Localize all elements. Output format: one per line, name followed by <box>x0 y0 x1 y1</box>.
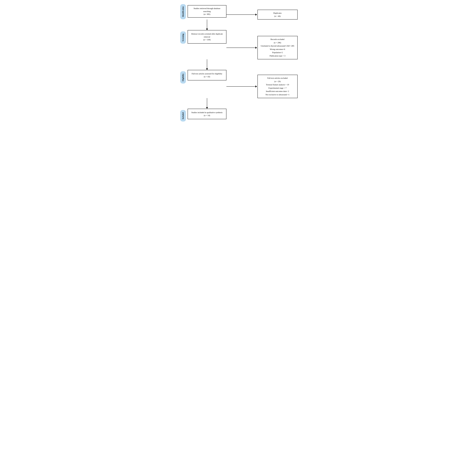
identification-side-detail: (n = 46) <box>260 15 295 18</box>
identification-side-title: Duplicates <box>260 12 295 15</box>
arrow-down-2 <box>179 59 298 70</box>
eligibility-side-box: Full-text articles excluded (n = 29) Tex… <box>258 75 298 98</box>
arrow-down-3 <box>179 98 298 109</box>
identification-box-line2: searching <box>203 10 211 13</box>
screening-side-n: (n = 296) <box>260 41 295 44</box>
v-arrow-3 <box>206 107 208 109</box>
included-row: Included Studies included in qualitative… <box>179 109 298 122</box>
eligibility-box-line3: (n = 43) <box>204 75 210 78</box>
screening-side-item-0: Unrelated to thyroid ultrasound CAD =285 <box>260 44 295 48</box>
eligibility-label: Eligibility <box>180 71 186 83</box>
included-label: Included <box>180 110 186 122</box>
v-line-3 <box>207 98 207 107</box>
eligibility-side-title: Full-text articles excluded <box>260 77 295 80</box>
identification-main-box: Studies retrieved through database searc… <box>188 5 226 18</box>
screening-h-line <box>226 47 255 48</box>
eligibility-side-item-0: Textural feature analysis = 19 <box>260 83 295 87</box>
v-arrow-1 <box>206 29 208 30</box>
included-box-line1: Studies included in qualitative synthesi… <box>191 111 223 114</box>
identification-label: Identification <box>180 4 186 19</box>
eligibility-arrow-head <box>255 85 257 88</box>
screening-arrow-head <box>255 47 257 49</box>
v-line-1 <box>207 19 207 29</box>
screening-box-line3: (n = 339) <box>203 38 211 41</box>
identification-box-line1: Studies retrieved through database <box>193 7 220 10</box>
eligibility-side-item-2: Insufficient outcomes data= 2 <box>260 90 295 93</box>
included-box-line3: (n = 14) <box>204 114 210 117</box>
identification-h-line <box>226 14 255 15</box>
flowchart: Identification Studies retrieved through… <box>179 4 298 122</box>
identification-row: Identification Studies retrieved through… <box>179 4 298 19</box>
screening-label: Screening <box>180 31 186 44</box>
eligibility-main-box: Full-text articles assessed for eligibil… <box>188 70 226 80</box>
v-line-2 <box>207 59 207 68</box>
screening-box-line1: Abstract records screened after duplicat… <box>191 32 223 36</box>
arrow-down-1 <box>179 19 298 30</box>
screening-main-box: Abstract records screened after duplicat… <box>188 30 226 44</box>
identification-arrow-head <box>255 14 257 16</box>
eligibility-side-n: (n = 29) <box>260 80 295 83</box>
eligibility-box-line1: Full-text articles assessed for eligibil… <box>192 72 222 75</box>
screening-side-item-2: Population=2 <box>260 51 295 54</box>
screening-side-item-1: Wrong outcomes=6 <box>260 48 295 51</box>
eligibility-h-line <box>226 86 255 87</box>
identification-side-box: Duplicates (n = 46) <box>258 10 298 19</box>
screening-row: Screening Abstract records screened afte… <box>179 30 298 59</box>
eligibility-side-item-3: Not exclusive to ultrasound =1 <box>260 93 295 96</box>
screening-side-item-3: Publication type = 3 <box>260 54 295 58</box>
v-arrow-2 <box>206 68 208 70</box>
screening-box-line2: removal <box>204 36 210 38</box>
screening-side-box: Records excluded (n = 296) Unrelated to … <box>258 36 298 59</box>
eligibility-row: Eligibility Full-text articles assessed … <box>179 70 298 98</box>
eligibility-side-item-1: Experimental stage = 7 <box>260 87 295 90</box>
screening-side-title: Records excluded <box>260 38 295 41</box>
identification-box-line3: (n= 385) <box>204 13 210 16</box>
identification-label-col: Identification <box>179 4 188 19</box>
included-main-box: Studies included in qualitative synthesi… <box>188 109 226 119</box>
